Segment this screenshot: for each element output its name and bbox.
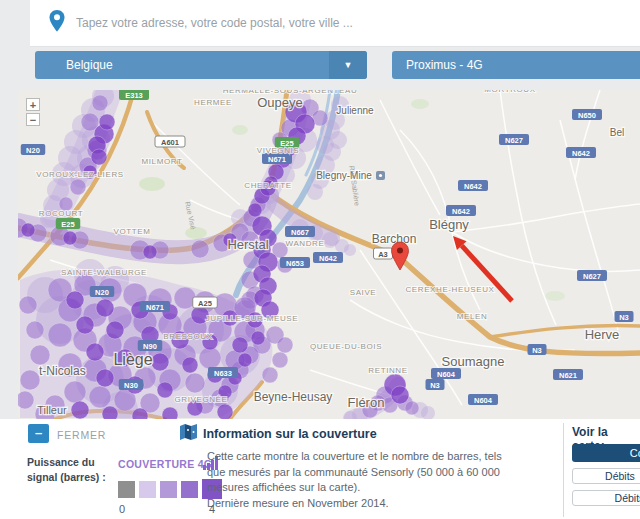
map-canvas[interactable]: N20N671N667N653N642N642N642N642N650N627N… <box>18 90 640 419</box>
coverage-blob <box>329 131 347 149</box>
road-badge-label: N671 <box>268 155 286 164</box>
coverage-blob <box>217 404 233 419</box>
top-bar: Belgique ▼ Proximus - 4G <box>0 0 640 90</box>
zoom-out-button[interactable]: − <box>26 113 40 126</box>
coverage-blob <box>307 184 323 200</box>
info-text: Cette carte montre la couverture et le n… <box>207 449 523 511</box>
village-label: RETINNE <box>368 366 407 375</box>
coverage-blob <box>63 231 77 245</box>
village-label: VOTTEM <box>114 227 151 236</box>
town-label: Barchon <box>372 232 417 246</box>
village-label: MORTROUX <box>484 90 535 94</box>
town-label: Blégny <box>429 217 469 232</box>
coverage-blob <box>251 331 265 345</box>
coverage-blob <box>18 391 34 409</box>
road-badge-label: N627 <box>505 136 523 145</box>
network-dropdown[interactable]: Proximus - 4G <box>392 51 640 79</box>
road-badge-label: N621 <box>559 371 577 380</box>
map-info-icon <box>180 423 197 440</box>
village-label: BRESSOUX <box>163 332 212 341</box>
zoom-in-button[interactable]: + <box>26 98 40 111</box>
village-label: HERMEE <box>194 98 232 107</box>
coverage-blob <box>151 353 169 371</box>
road-badge-label: E25 <box>61 220 74 229</box>
road-badge-label: N3 <box>430 381 440 390</box>
coverage-blob <box>277 337 293 353</box>
coverage-blob <box>64 381 86 403</box>
coverage-blob <box>238 353 252 367</box>
town-label: Beyne-Heusay <box>254 390 333 404</box>
town-label: Herstal <box>227 237 268 252</box>
road-badge-label: N642 <box>319 254 337 263</box>
road-badge-label: N642 <box>572 149 590 158</box>
coverage-blob <box>76 316 94 334</box>
coverage-blob <box>102 406 118 419</box>
coverage-blob <box>86 343 104 361</box>
search-bar <box>30 0 640 47</box>
coverage-blob <box>70 179 86 195</box>
town-label: Fléron <box>348 395 385 410</box>
village-label: SAINTE-WALBURGE <box>61 268 147 277</box>
info-panel: – FERMER Puissance du signal (barres) : … <box>0 419 640 519</box>
coverage-blob <box>262 367 278 383</box>
village-label: CHERATTE <box>244 181 291 190</box>
coverage-blob <box>66 291 84 309</box>
location-pin-icon <box>48 9 66 33</box>
road-badge-label: N653 <box>286 259 304 268</box>
coverage-blob <box>143 245 157 259</box>
village-label: ROCOURT <box>39 209 84 218</box>
coverage-blob <box>344 244 356 256</box>
village-label: GRIVEGNÉE <box>175 395 228 404</box>
road-badge-label: N642 <box>464 182 482 191</box>
country-dropdown-value: Belgique <box>35 51 367 79</box>
coverage-blob <box>30 345 50 365</box>
map-zoom-control: + − <box>26 98 41 126</box>
village-label: CEREXHE-HEUSEUX <box>405 285 494 294</box>
coverage-blob <box>96 299 114 317</box>
coverage-map[interactable]: N20N671N667N653N642N642N642N642N650N627N… <box>18 90 640 420</box>
collapse-panel-button[interactable]: – <box>28 424 49 443</box>
village-label: SAIVE <box>350 288 377 297</box>
coverage-blob <box>272 352 288 368</box>
coverage-blob <box>96 369 114 387</box>
chevron-down-icon[interactable]: ▼ <box>329 51 367 79</box>
town-label: Liège <box>113 351 152 368</box>
coverage-blob <box>92 95 108 111</box>
map-type-button-couverture-0[interactable]: Couverture <box>572 444 640 462</box>
info-title: Information sur la couverture <box>203 427 377 441</box>
village-label: MELEN <box>457 312 488 321</box>
road-badge-label: E313 <box>125 91 143 100</box>
map-type-button-d-bits-1[interactable]: Débits <box>572 468 640 484</box>
road-badge-label: N650 <box>578 111 596 120</box>
country-dropdown[interactable]: Belgique ▼ <box>35 51 367 79</box>
coverage-blob <box>21 223 35 237</box>
legend-swatch <box>139 481 156 498</box>
village-label: WANDRE <box>286 239 325 248</box>
search-input[interactable] <box>74 8 628 38</box>
coverage-blob <box>191 240 209 258</box>
coverage-type-label: COUVERTURE 4G <box>118 458 212 470</box>
town-label: Oupeye <box>257 95 303 110</box>
coverage-blob <box>20 370 40 390</box>
road-badge-label: N604 <box>437 370 456 379</box>
road-badge-label: N642 <box>452 207 470 216</box>
road-badge-label: N3 <box>532 346 542 355</box>
town-label: Soumagne <box>442 354 505 369</box>
road-badge-label: A25 <box>198 299 212 308</box>
coverage-blob <box>89 386 111 408</box>
village-label: QUEUE-DU-BOIS <box>310 342 382 351</box>
legend-swatch <box>181 481 198 498</box>
town-label: Bel <box>610 127 624 138</box>
coverage-blob <box>157 382 173 398</box>
road-badge-label: A3 <box>378 250 388 259</box>
legend-title: Puissance du signal (barres) : <box>27 455 106 485</box>
coverage-blob <box>405 401 419 415</box>
map-type-button-d-bits-2[interactable]: Débits <box>572 490 640 506</box>
network-dropdown-value: Proximus - 4G <box>392 51 640 79</box>
road-badge-label: N20 <box>95 288 109 297</box>
town-label: Tilleur <box>37 404 67 416</box>
village-label: MILMORT <box>142 157 183 166</box>
village-label: VIVEGNIS <box>257 146 300 155</box>
legend-swatch <box>118 481 135 498</box>
collapse-panel-label: FERMER <box>57 429 106 441</box>
